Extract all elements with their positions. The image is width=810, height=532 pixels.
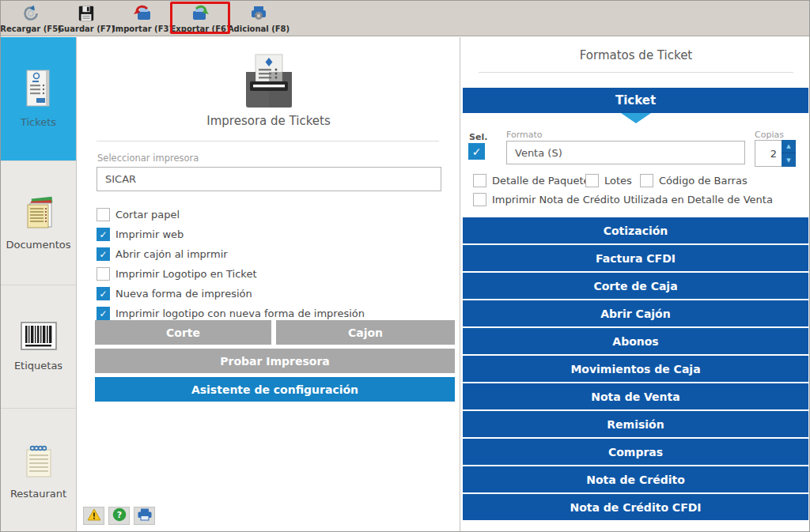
- printer-settings-panel: Impresora de Tickets Seleccionar impreso…: [78, 37, 460, 532]
- print-button[interactable]: [134, 507, 155, 525]
- active-section-arrow-icon: [621, 113, 651, 123]
- checkbox-codigo-barras[interactable]: Código de Barras: [640, 174, 748, 187]
- checkbox-abrir-cajon[interactable]: Abrir cajón al imprmir: [97, 247, 228, 261]
- formato-input[interactable]: [506, 141, 745, 164]
- sidebar-item-etiquetas[interactable]: Etiquetas: [1, 285, 76, 409]
- export-icon: [189, 3, 211, 24]
- probar-impresora-button[interactable]: Probar Impresora: [95, 349, 455, 373]
- corte-button[interactable]: Corte: [95, 320, 271, 345]
- warning-icon: [87, 508, 101, 524]
- divider: [97, 141, 439, 141]
- checkbox-detalle-paquete[interactable]: Detalle de Paquete: [473, 174, 590, 187]
- export-button-label: Exportar (F6): [170, 25, 229, 33]
- checkbox-nota-credito-detalle[interactable]: Imprimir Nota de Crédito Utilizada en De…: [473, 193, 773, 206]
- save-icon: [78, 3, 95, 24]
- select-printer-label: Seleccionar impresora: [97, 153, 199, 164]
- section-compras[interactable]: Compras: [463, 439, 808, 465]
- toolbar: Recargar (F5) Guardar (F7): [1, 1, 809, 36]
- section-abrir-cajon[interactable]: Abrir Cajón: [463, 300, 808, 326]
- checkbox-lotes[interactable]: Lotes: [585, 174, 632, 187]
- copias-value[interactable]: 2: [755, 140, 782, 167]
- section-remision[interactable]: Remisión: [463, 411, 808, 437]
- sidebar-item-tickets-label: Tickets: [21, 116, 56, 128]
- save-button-label: Guardar (F7): [58, 25, 115, 33]
- divider: [479, 72, 793, 73]
- import-button-label: Importar (F3): [112, 25, 172, 33]
- checkbox-box[interactable]: [97, 208, 110, 221]
- printer-icon: [137, 508, 153, 524]
- sidebar-item-documentos[interactable]: Documentos: [1, 161, 76, 285]
- reload-button-label: Recargar (F5): [0, 25, 61, 33]
- copias-label: Copias: [755, 130, 784, 140]
- import-button[interactable]: Importar (F3): [114, 2, 171, 35]
- copias-increment-button[interactable]: ▲: [782, 140, 796, 153]
- section-cotizacion[interactable]: Cotización: [463, 217, 808, 243]
- help-button[interactable]: ?: [108, 507, 130, 525]
- refresh-icon: [21, 3, 40, 24]
- reload-button[interactable]: Recargar (F5): [2, 2, 59, 35]
- checkbox-box[interactable]: [97, 228, 110, 241]
- printer-panel-title: Impresora de Tickets: [78, 114, 460, 128]
- app-window: Recargar (F5) Guardar (F7): [0, 0, 810, 532]
- sidebar-item-restaurant-label: Restaurant: [10, 488, 66, 500]
- checkbox-nueva-forma[interactable]: Nueva forma de impresión: [97, 287, 252, 300]
- printer-gear-icon: [248, 3, 269, 24]
- section-ticket[interactable]: Ticket: [463, 88, 808, 113]
- additional-button-label: Adicional (F8): [228, 25, 290, 33]
- checkbox-box[interactable]: [585, 174, 599, 187]
- sel-label: Sel.: [469, 132, 487, 142]
- barcode-icon: [21, 322, 57, 355]
- checkbox-imprimir-web[interactable]: Imprimir web: [97, 228, 184, 241]
- section-corte-de-caja[interactable]: Corte de Caja: [463, 273, 808, 299]
- save-button[interactable]: Guardar (F7): [58, 2, 115, 35]
- checkbox-box[interactable]: [473, 193, 486, 206]
- sidebar-item-tickets[interactable]: Tickets: [1, 37, 76, 161]
- cajon-button[interactable]: Cajon: [276, 320, 455, 345]
- order-pad-icon: [21, 442, 57, 483]
- section-movimientos-de-caja[interactable]: Movimientos de Caja: [463, 356, 808, 382]
- help-icon: ?: [112, 507, 127, 525]
- asistente-configuracion-button[interactable]: Asistente de configuración: [95, 377, 455, 402]
- section-nota-de-credito[interactable]: Nota de Crédito: [463, 466, 808, 492]
- section-nota-de-venta[interactable]: Nota de Venta: [463, 383, 808, 409]
- ticket-formats-panel: Formatos de Ticket Ticket Sel. Formato C…: [461, 37, 810, 532]
- formats-panel-title: Formatos de Ticket: [461, 48, 810, 62]
- checkbox-box[interactable]: [97, 267, 110, 281]
- ticket-printer-icon: [240, 51, 298, 113]
- section-nota-de-credito-cfdi[interactable]: Nota de Crédito CFDI: [463, 494, 808, 520]
- checkbox-logotipo-ticket[interactable]: Imprimir Logotipo en Ticket: [97, 267, 257, 281]
- formato-label: Formato: [506, 130, 543, 140]
- format-sections-list: Cotización Factura CFDI Corte de Caja Ab…: [463, 217, 808, 522]
- checkbox-logotipo-nueva-forma[interactable]: Imprimir logotipo con nueva forma de imp…: [97, 307, 365, 320]
- section-factura-cfdi[interactable]: Factura CFDI: [463, 245, 808, 271]
- import-icon: [131, 3, 153, 24]
- checkbox-box[interactable]: [473, 174, 486, 187]
- receipt-icon: [23, 69, 55, 111]
- copias-decrement-button[interactable]: ▼: [782, 153, 796, 167]
- checkbox-box[interactable]: [97, 287, 110, 300]
- sel-checkbox[interactable]: [468, 143, 485, 160]
- printer-name-input[interactable]: [97, 167, 441, 191]
- documents-icon: [21, 194, 57, 234]
- section-abonos[interactable]: Abonos: [463, 328, 808, 354]
- checkbox-box[interactable]: [640, 174, 653, 187]
- warning-button[interactable]: [83, 507, 104, 525]
- checkbox-box[interactable]: [468, 143, 485, 160]
- checkbox-cortar-papel[interactable]: Cortar papel: [97, 208, 180, 221]
- additional-button[interactable]: Adicional (F8): [230, 2, 287, 35]
- checkbox-box[interactable]: [97, 307, 110, 320]
- sidebar: Tickets Documentos: [1, 37, 77, 532]
- checkbox-box[interactable]: [97, 247, 110, 261]
- svg-text:?: ?: [116, 510, 121, 520]
- sidebar-item-etiquetas-label: Etiquetas: [14, 360, 62, 372]
- sidebar-item-documentos-label: Documentos: [6, 239, 70, 251]
- sidebar-item-restaurant[interactable]: Restaurant: [1, 409, 76, 532]
- export-button[interactable]: Exportar (F6): [172, 2, 229, 35]
